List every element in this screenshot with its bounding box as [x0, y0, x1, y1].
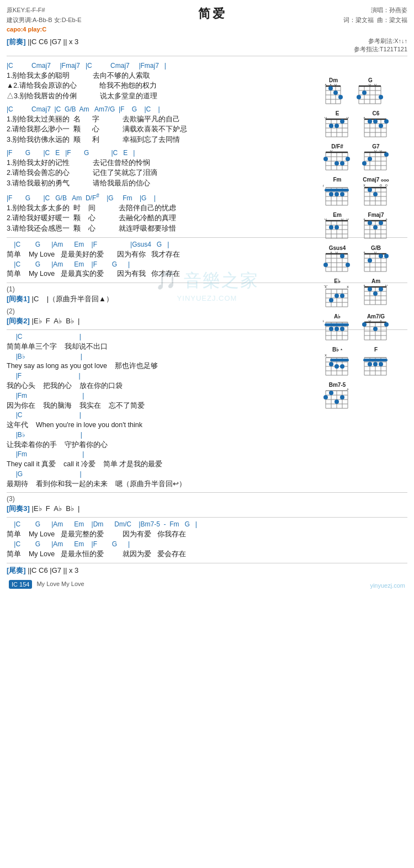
interlude-3-note: (3) — [7, 495, 407, 503]
chords-2: |C Cmaj7 |C G/B Am Am7/G |F G |C | — [7, 105, 319, 114]
svg-text:o: o — [325, 117, 327, 119]
my-love-text: My Love My Love — [36, 580, 84, 588]
diagram-row-2: E o o — [323, 110, 408, 140]
bridge-line-7: |Fm | They call it 真爱 call it 冷爱 简单 才是我的… — [7, 450, 407, 470]
chord-gsus4-svg: x o * — [323, 252, 352, 273]
svg-point-27 — [379, 95, 383, 99]
interlude-3: [间奏3] |E♭ F A♭ B♭ | — [7, 504, 407, 514]
chord-e: E o o — [323, 110, 352, 138]
svg-point-225 — [335, 327, 339, 331]
lyric-1-2: ▲2.请给我会原谅的心 给我不抱怨的权力 — [7, 81, 319, 91]
bridge-lyric-7: They call it 真爱 call it 冷爱 简单 才是我的最爱 — [7, 459, 407, 470]
interlude-3-section: (3) [间奏3] |E♭ F A♭ B♭ | — [7, 495, 407, 514]
svg-point-147 — [373, 225, 378, 230]
diagram-row-8: A♭ 4 — [323, 313, 408, 343]
chord-cmaj7: Cmaj7 ooo x o o — [362, 177, 390, 206]
chorus-lyric-1: 简单 My Love 是最美好的爱 因为有你 我才存在 — [7, 249, 319, 260]
chord-fm: Fm 1fr — [323, 177, 352, 206]
chord-ab-svg: 4 — [323, 320, 352, 341]
svg-text:x: x — [347, 388, 349, 391]
svg-text:···: ··· — [323, 285, 328, 288]
chorus2-chords-2: |C G |Am Em |F G | — [7, 540, 407, 549]
chord-bb: B♭ * x — [323, 347, 352, 376]
svg-point-87 — [368, 157, 372, 161]
outro-section: [尾奏] ||C C6 |G7 || x 3 — [7, 566, 407, 576]
strum-pattern: 参考刷法:X↑↓↑ — [354, 37, 407, 45]
svg-text:o: o — [330, 150, 332, 152]
svg-point-224 — [329, 327, 333, 331]
svg-point-283 — [329, 391, 333, 395]
svg-point-179 — [384, 254, 389, 258]
svg-text:o: o — [374, 150, 376, 152]
chord-c6: C6 x — [362, 110, 390, 138]
chord-eb: E♭ x x — [323, 278, 352, 308]
svg-text:o: o — [335, 84, 337, 86]
diagram-row-6: Gsus4 x o — [323, 245, 408, 275]
svg-point-238 — [362, 322, 367, 327]
chord-bb-svg: x — [323, 353, 352, 376]
svg-text:x: x — [347, 285, 349, 289]
chord-fmaj7: Fmaj7 x x — [362, 212, 390, 239]
bridge-lyric-8: 最期待 看到你和我一起的未来 嗯（原曲升半音回↩） — [7, 479, 407, 489]
svg-text:x: x — [363, 117, 365, 119]
svg-point-240 — [384, 322, 389, 327]
capo-info: capo:4 play:C — [7, 25, 82, 35]
svg-point-103 — [335, 192, 339, 196]
svg-point-270 — [373, 362, 378, 366]
bridge-chords-8: |G | — [7, 470, 407, 479]
svg-point-208 — [368, 287, 372, 291]
svg-text:o: o — [385, 285, 388, 287]
lyric-2-3: 3.别给我彷佛永远的 顺 利 幸福到忘了去同情 — [7, 135, 319, 145]
svg-text:o: o — [336, 252, 338, 254]
section-3: |F G |C E |F G |C E | 1.别给我太好的记性 去记住曾经的怜… — [7, 148, 319, 189]
svg-point-25 — [357, 95, 361, 99]
bridge-line-6: |B♭ | 让我牵着你的手 守护着你的心 — [7, 430, 407, 450]
page-container: 原KEY:E-F-F# 建议男调:A-Bb-B 女:D-Eb-E capo:4 … — [0, 0, 414, 594]
svg-point-11 — [338, 95, 343, 99]
svg-text:o: o — [369, 320, 371, 322]
svg-point-42 — [335, 124, 339, 128]
svg-text:4: 4 — [323, 320, 324, 323]
svg-point-56 — [368, 119, 372, 124]
chord-dm: Dm x x o — [323, 77, 344, 105]
intro-chords: ||C C6 |G7 || x 3 — [28, 38, 78, 46]
svg-text:o: o — [347, 117, 349, 119]
diagram-row-4: Fm 1fr — [323, 177, 408, 209]
chord-c6-svg: x — [362, 117, 390, 138]
svg-text:*: * — [325, 252, 326, 254]
chords-4: |F G |C G/B Am D/F# |G Fm |G | — [7, 192, 319, 203]
svg-point-254 — [329, 362, 333, 366]
chorus-2: |C G |Am Em |Dm Dm/C |Bm7-5 - Fm G | 简单 … — [7, 520, 407, 559]
lyric-1-1: 1.别给我太多的聪明 去向不够的人索取 — [7, 71, 319, 81]
svg-point-210 — [379, 287, 383, 291]
svg-point-146 — [368, 221, 372, 225]
svg-point-131 — [329, 225, 333, 230]
svg-text:o: o — [374, 84, 376, 86]
svg-point-256 — [340, 364, 344, 369]
svg-text:x: x — [380, 320, 382, 322]
svg-point-86 — [362, 161, 367, 166]
svg-point-104 — [340, 192, 344, 196]
svg-text:o: o — [369, 84, 371, 86]
interlude-1-label: [间奏1] — [7, 295, 30, 303]
chord-em: Em o o o — [323, 212, 352, 239]
meta-right: 演唱：孙燕姿 词：梁文福 曲：梁文福 — [343, 6, 407, 35]
original-key: 原KEY:E-F-F# — [7, 6, 82, 15]
diagram-row-9: B♭ * x — [323, 347, 408, 379]
divider — [7, 56, 407, 56]
svg-point-132 — [335, 225, 339, 230]
chord-gb: G/B x o — [362, 245, 390, 273]
lyric-4-2: 2.请给我好暖好暖一 颗 心 去融化冷酷的真理 — [7, 213, 319, 223]
svg-point-10 — [333, 90, 338, 95]
diagram-row-3: D/F# o — [323, 143, 408, 173]
chorus-lyric-2: 简单 My Love 是最真实的爱 因为有我 你才存在 — [7, 269, 319, 279]
svg-point-161 — [323, 263, 328, 267]
intro-section: [前奏] ||C C6 |G7 || x 3 — [7, 37, 78, 54]
chord-dfsharp-svg: o — [323, 150, 352, 171]
svg-text:o: o — [325, 219, 327, 221]
chord-g-label: G — [362, 77, 379, 83]
svg-text:x: x — [330, 252, 332, 254]
chord-fmaj7-svg: x x — [362, 219, 390, 239]
svg-text:o: o — [374, 252, 376, 254]
svg-text:x: x — [330, 84, 332, 86]
